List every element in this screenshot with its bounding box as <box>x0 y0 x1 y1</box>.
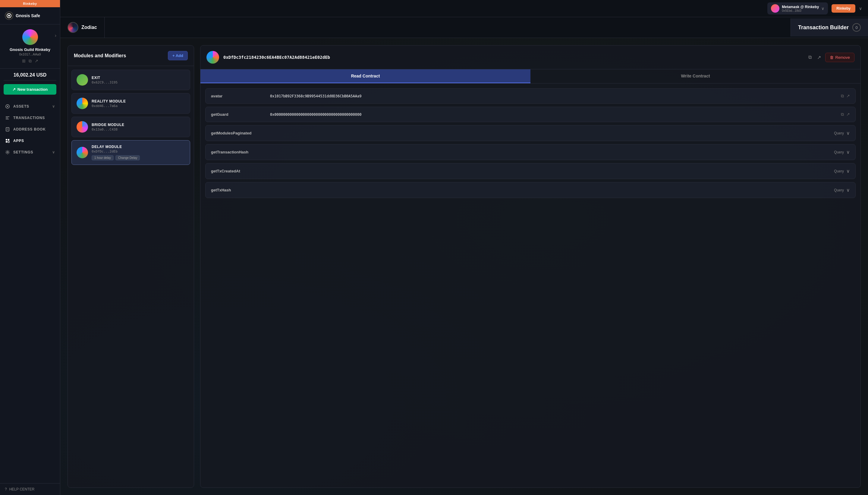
tx-count-badge: 0 <box>852 23 861 32</box>
open-explorer-button[interactable]: ↗ <box>816 53 822 62</box>
sidebar-item-apps-label: APPS <box>13 139 24 143</box>
modules-panel-title: Modules and Modifiers <box>74 53 126 58</box>
tab-write-contract[interactable]: Write Contract <box>531 69 861 83</box>
module-item-reality[interactable]: REALITY MODULE 0xdd46...7a6a <box>71 93 190 114</box>
link-avatar-icon[interactable]: ↗ <box>846 93 850 99</box>
svg-point-3 <box>7 106 8 107</box>
copy-getGuard-icon[interactable]: ⧉ <box>841 112 844 117</box>
external-link-icon[interactable]: ↗ <box>35 58 38 64</box>
assets-icon <box>5 104 10 109</box>
link-getGuard-icon[interactable]: ↗ <box>846 112 850 117</box>
query-chevron-2: ∨ <box>846 130 850 136</box>
sidebar-item-address-book[interactable]: ADDRESS BOOK <box>0 124 60 135</box>
sidebar-item-assets[interactable]: ASSETS ∨ <box>0 101 60 112</box>
module-item-bridge[interactable]: BRIDGE MODULE 0x13a0...C438 <box>71 117 190 137</box>
exit-module-address: 0x62C9...3195 <box>92 81 118 84</box>
copy-icon[interactable]: ⧉ <box>29 58 32 64</box>
field-getModulesPaginated[interactable]: getModulesPaginated Query ∨ <box>205 125 856 141</box>
delay-tag-0: 1 hour delay <box>92 155 114 160</box>
remove-module-button[interactable]: 🗑 Remove <box>825 53 854 62</box>
svg-rect-10 <box>8 141 9 142</box>
wallet-info[interactable]: Metamask @ Rinkeby 0x5Ebd...18d3 ∨ <box>767 2 828 15</box>
field-getTxHash-label: getTxHash <box>211 188 834 192</box>
sidebar-item-settings[interactable]: SETTINGS ∨ <box>0 147 60 158</box>
field-getTransactionHash[interactable]: getTransactionHash Query ∨ <box>205 144 856 160</box>
reality-avatar <box>76 98 88 109</box>
modules-panel-header: Modules and Modifiers + Add <box>68 46 194 66</box>
query-label-2: Query <box>834 131 844 135</box>
svg-rect-7 <box>6 139 7 140</box>
field-getTxCreatedAt[interactable]: getTxCreatedAt Query ∨ <box>205 163 856 179</box>
exit-avatar <box>76 74 88 86</box>
copy-address-button[interactable]: ⧉ <box>807 53 813 61</box>
grid-icon[interactable]: ⊞ <box>22 58 25 64</box>
field-avatar: avatar 0x1017bB92F3368c9B99544531dd0D36C… <box>205 88 856 104</box>
field-avatar-value: 0x1017bB92F3368c9B99544531dd0D36CbB0A5AA… <box>270 94 836 98</box>
apps-icon <box>5 138 10 143</box>
network-button[interactable]: Rinkeby <box>832 4 855 13</box>
query-chevron-4: ∨ <box>846 168 850 174</box>
network-badge: Rinkeby <box>0 0 60 7</box>
sidebar-item-address-book-label: ADDRESS BOOK <box>13 127 46 132</box>
contract-avatar <box>206 51 219 64</box>
transactions-icon <box>5 115 10 121</box>
app-logo: Gnosis Safe <box>0 7 60 24</box>
module-item-exit[interactable]: EXIT 0x62C9...3195 <box>71 70 190 90</box>
account-action-icons: ⊞ ⧉ ↗ <box>22 58 38 64</box>
help-center[interactable]: ? HELP CENTER <box>0 483 60 495</box>
sidebar-item-transactions[interactable]: TRANSACTIONS <box>0 112 60 124</box>
contract-fields: avatar 0x1017bB92F3368c9B99544531dd0D36C… <box>201 84 861 488</box>
new-transaction-button[interactable]: ↗ New transaction <box>4 84 56 95</box>
svg-rect-9 <box>6 141 7 142</box>
app-content: Zodiac Transaction Builder 0 Modules and… <box>60 17 868 495</box>
wallet-address: 0x5Ebd...18d3 <box>782 9 819 12</box>
sidebar-nav: ASSETS ∨ TRANSACTIONS ADDRESS BOOK <box>0 98 60 483</box>
account-balance: 16,002.24 USD <box>4 69 56 81</box>
bridge-avatar <box>76 121 88 133</box>
account-address: 0x1017...AAa9 <box>19 52 41 56</box>
sidebar-item-transactions-label: TRANSACTIONS <box>13 116 45 120</box>
wallet-chevron-icon[interactable]: ∨ <box>821 6 824 11</box>
chevron-down-icon: ∨ <box>52 104 55 108</box>
field-getTxCreatedAt-label: getTxCreatedAt <box>211 169 834 173</box>
svg-point-1 <box>8 15 10 17</box>
field-getGuard-value: 0x00000000000000000000000000000000000000… <box>270 113 836 117</box>
module-item-delay[interactable]: DELAY MODULE 0xDfDc...2dEb 1 hour delay … <box>71 140 190 165</box>
field-getTxHash[interactable]: getTxHash Query ∨ <box>205 182 856 198</box>
book-icon <box>5 126 10 132</box>
zodiac-avatar <box>68 22 79 33</box>
zodiac-tab-label: Zodiac <box>81 25 97 30</box>
exit-module-name: EXIT <box>92 76 118 80</box>
field-getModulesPaginated-label: getModulesPaginated <box>211 131 834 135</box>
zodiac-tab[interactable]: Zodiac <box>60 17 105 38</box>
query-label-4: Query <box>834 169 844 173</box>
sidebar-item-settings-label: SETTINGS <box>13 150 33 154</box>
bridge-module-name: BRIDGE MODULE <box>92 123 124 127</box>
tab-read-contract[interactable]: Read Contract <box>201 69 531 83</box>
copy-avatar-icon[interactable]: ⧉ <box>841 93 844 99</box>
contract-address: 0xDfDc3fc2184230c6EA4BEc07A2Ad88421eE02d… <box>223 55 803 60</box>
field-avatar-label: avatar <box>211 94 265 98</box>
trash-icon: 🗑 <box>830 55 834 60</box>
delay-module-address: 0xDfDc...2dEb <box>92 150 140 153</box>
field-getGuard: getGuard 0x00000000000000000000000000000… <box>205 107 856 122</box>
sidebar-item-apps[interactable]: APPS <box>0 135 60 147</box>
transaction-builder-header: Transaction Builder 0 <box>791 18 868 36</box>
contract-header: 0xDfDc3fc2184230c6EA4BEc07A2Ad88421eE02d… <box>201 46 861 69</box>
account-section: › Gnosis Guild Rinkeby 0x1017...AAa9 ⊞ ⧉… <box>0 24 60 69</box>
query-chevron-3: ∨ <box>846 149 850 155</box>
account-avatar <box>22 29 38 45</box>
account-name: Gnosis Guild Rinkeby <box>10 47 50 52</box>
main-content: Metamask @ Rinkeby 0x5Ebd...18d3 ∨ Rinke… <box>60 0 868 495</box>
add-module-button[interactable]: + Add <box>168 51 188 60</box>
modules-panel: Modules and Modifiers + Add EXIT 0x62C9.… <box>68 45 194 488</box>
query-label-5: Query <box>834 188 844 192</box>
help-icon: ? <box>5 487 7 491</box>
contract-panel: 0xDfDc3fc2184230c6EA4BEc07A2Ad88421eE02d… <box>200 45 861 488</box>
account-expand-icon[interactable]: › <box>55 33 56 38</box>
reality-module-address: 0xdd46...7a6a <box>92 104 126 108</box>
network-chevron-icon[interactable]: ∨ <box>859 6 862 11</box>
sidebar: Rinkeby Gnosis Safe › Gnosis Guild Rinke… <box>0 0 60 495</box>
delay-tag-1: Change Delay <box>116 155 140 160</box>
svg-rect-4 <box>6 127 9 131</box>
